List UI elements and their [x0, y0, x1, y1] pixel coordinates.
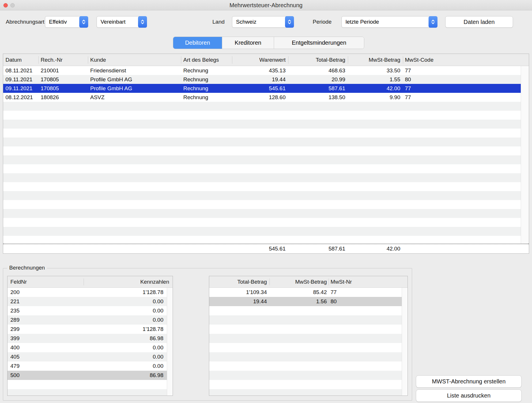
table-cell [329, 371, 402, 380]
table-cell [232, 227, 288, 236]
column-header-feldnr[interactable]: FeldNr [7, 276, 84, 288]
vertical-scrollbar[interactable] [402, 288, 408, 396]
table-row[interactable]: 19.441.5680 [209, 297, 402, 306]
table-row[interactable]: 2890.00 [7, 315, 167, 325]
table-row[interactable]: 4050.00 [7, 352, 167, 361]
table-cell [88, 102, 181, 111]
table-cell [3, 102, 39, 111]
table-cell [7, 380, 84, 389]
table-cell [88, 146, 181, 155]
table-cell: 42.00 [348, 84, 403, 93]
table-cell: 299 [7, 325, 84, 334]
table-cell: 170805 [39, 84, 88, 93]
table-row[interactable]: 08.12.2021180826ASVZRechnung128.60138.50… [3, 93, 521, 102]
table-cell: 86.98 [84, 334, 167, 343]
abrechnungsart-select[interactable]: Effektiv [45, 16, 88, 28]
column-header-warenwert[interactable]: Warenwert [232, 54, 288, 66]
table-cell: 0.00 [84, 352, 167, 361]
table-cell [270, 306, 329, 315]
table-cell [209, 306, 270, 315]
table-cell [3, 182, 39, 191]
table-cell [288, 102, 348, 111]
table-cell [403, 164, 521, 173]
table-cell [348, 120, 403, 129]
table-cell: 235 [7, 306, 84, 315]
table-cell [3, 164, 39, 173]
table-cell [181, 218, 232, 227]
mwst-abrechnung-erstellen-button[interactable]: MWST-Abrechnung erstellen [416, 375, 522, 388]
feldnr-table: FeldNr Kennzahlen 2001'128.782210.002350… [7, 276, 173, 396]
table-cell [3, 227, 39, 236]
column-header-total-betrag[interactable]: Total-Betrag [288, 54, 348, 66]
column-header-mwst-code[interactable]: MwSt-Code [403, 54, 529, 66]
land-select[interactable]: Schweiz [232, 16, 294, 28]
invoice-table-body: 08.11.2021210001FriedensdienstRechnung43… [3, 66, 529, 244]
table-cell [288, 164, 348, 173]
liste-ausdrucken-button[interactable]: Liste ausdrucken [416, 389, 522, 402]
table-cell: 1'109.34 [209, 288, 270, 297]
column-header-total-betrag[interactable]: Total-Betrag [209, 276, 270, 288]
table-cell [84, 380, 167, 389]
table-row-empty [209, 380, 402, 389]
table-row[interactable]: 39986.98 [7, 334, 167, 343]
table-cell: 80 [329, 297, 402, 306]
table-row[interactable]: 09.11.2021170805Profile GmbH AGRechnung1… [3, 75, 521, 84]
tab-debitoren[interactable]: Debitoren [173, 37, 222, 49]
table-row[interactable]: 4000.00 [7, 343, 167, 352]
table-cell [348, 209, 403, 218]
abrechnungsart-label: Abrechnungsart [6, 16, 44, 28]
vertical-scrollbar[interactable] [521, 66, 529, 244]
table-row[interactable]: 2001'128.78 [7, 288, 167, 297]
column-header-mwst-betrag[interactable]: MwSt-Betrag [348, 54, 403, 66]
table-cell [39, 164, 88, 173]
table-row[interactable]: 2210.00 [7, 297, 167, 306]
table-row[interactable]: 2991'128.78 [7, 325, 167, 334]
table-cell [7, 389, 84, 396]
table-cell [270, 343, 329, 352]
column-header-kennzahlen[interactable]: Kennzahlen [84, 276, 173, 288]
table-cell: 19.44 [209, 297, 270, 306]
table-cell: 09.11.2021 [3, 75, 39, 84]
table-cell [288, 236, 348, 244]
totals-mwst-betrag: 42.00 [348, 244, 403, 253]
daten-laden-button[interactable]: Daten laden [445, 16, 513, 28]
table-row[interactable]: 09.11.2021170805Profile GmbH AGRechnung5… [3, 84, 521, 93]
column-header-mwst-betrag[interactable]: MwSt-Betrag [270, 276, 329, 288]
table-cell [209, 334, 270, 343]
table-cell [88, 138, 181, 146]
table-cell [39, 120, 88, 129]
vereinbart-select[interactable]: Vereinbart [97, 16, 147, 28]
table-cell [88, 182, 181, 191]
table-row-empty [3, 129, 521, 138]
table-row[interactable]: 2350.00 [7, 306, 167, 315]
column-header-kunde[interactable]: Kunde [88, 54, 181, 66]
table-cell [348, 111, 403, 120]
table-row-empty [3, 138, 521, 146]
vertical-scrollbar[interactable] [167, 288, 173, 396]
table-cell: 468.63 [288, 66, 348, 75]
column-header-datum[interactable]: Datum [3, 54, 39, 66]
table-row-empty [3, 227, 521, 236]
table-cell [181, 227, 232, 236]
column-header-art[interactable]: Art des Belegs [181, 54, 232, 66]
column-header-rechnr[interactable]: Rech.-Nr [39, 54, 88, 66]
table-cell [403, 120, 521, 129]
table-cell [270, 361, 329, 371]
table-row[interactable]: 1'109.3485.4277 [209, 288, 402, 297]
table-cell [39, 200, 88, 209]
table-cell [181, 120, 232, 129]
table-cell [181, 209, 232, 218]
table-cell [348, 182, 403, 191]
column-header-mwst-nr[interactable]: MwSt-Nr [329, 276, 408, 288]
table-row[interactable]: 50086.98 [7, 371, 167, 380]
tab-kreditoren[interactable]: Kreditoren [222, 37, 274, 49]
tab-entgeltsminderungen[interactable]: Entgeltsminderungen [274, 37, 364, 49]
table-cell [88, 236, 181, 244]
periode-select[interactable]: letzte Periode [342, 16, 437, 28]
table-cell [39, 155, 88, 164]
table-cell: 399 [7, 334, 84, 343]
table-row[interactable]: 08.11.2021210001FriedensdienstRechnung43… [3, 66, 521, 75]
table-cell [3, 129, 39, 138]
table-row-empty [3, 209, 521, 218]
table-row[interactable]: 4790.00 [7, 361, 167, 371]
